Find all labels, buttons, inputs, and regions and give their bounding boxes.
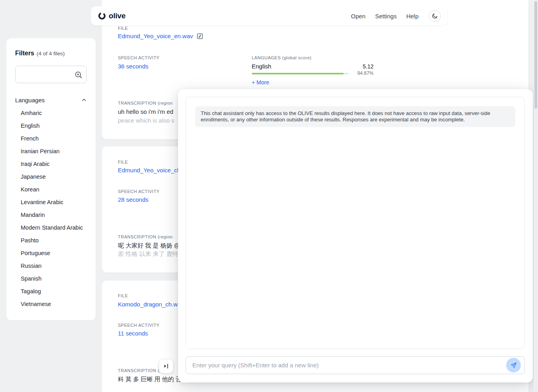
file-link[interactable]: Edmund_Yeo_voice_ch (118, 167, 180, 174)
transcription-label: TRANSCRIPTION (region (118, 234, 173, 239)
chat-assistant-panel: This chat assistant only has access to t… (178, 89, 533, 382)
language-filter-item[interactable]: Japanese (15, 170, 89, 183)
file-link[interactable]: Komodo_dragon_ch.w (118, 301, 178, 308)
speech-activity-label: SPEECH ACTIVITY (118, 323, 160, 328)
app-screen: FILE Edmund_Yeo_voice_en.wav SPEECH ACTI… (0, 0, 538, 392)
language-filter-item[interactable]: Iranian Persian (15, 145, 89, 158)
send-query-button[interactable] (506, 358, 521, 372)
language-name: English (252, 63, 271, 70)
language-filter-list: Amharic English French Iranian Persian I… (15, 107, 89, 310)
chat-panel-toggle-button[interactable] (159, 359, 173, 373)
navbar-links: Open Settings Help (351, 13, 419, 20)
language-filter-item[interactable]: Iraqi Arabic (15, 158, 89, 170)
language-filter-item[interactable]: Mandarin (15, 209, 89, 221)
chat-query-input[interactable] (186, 356, 525, 374)
chat-disclaimer: This chat assistant only has access to t… (195, 106, 515, 127)
zoom-in-search-icon[interactable] (74, 71, 82, 79)
languages-section-label: Languages (15, 97, 45, 103)
nav-link-open[interactable]: Open (351, 13, 366, 20)
language-filter-item[interactable]: Amharic (15, 107, 89, 119)
chat-messages-area: This chat assistant only has access to t… (186, 97, 525, 349)
language-filter-item[interactable]: Modern Standard Arabic (15, 221, 89, 234)
language-filter-item[interactable]: Portuguese (15, 247, 89, 259)
languages-section-header[interactable]: Languages (15, 94, 87, 105)
more-languages-link[interactable]: + More (252, 79, 269, 86)
speech-activity-value: 36 seconds (118, 63, 149, 70)
page-scrollbar-thumb[interactable] (534, 1, 537, 109)
filters-sidebar: Filters (4 of 4 files) Languages Amharic… (6, 38, 96, 320)
file-link[interactable]: Edmund_Yeo_voice_en.wav (118, 33, 193, 39)
language-filter-item[interactable]: Vietnamese (15, 298, 89, 310)
speech-activity-value: 11 seconds (118, 330, 148, 337)
brand: olive (98, 12, 125, 20)
speech-activity-label: SPEECH ACTIVITY (118, 55, 160, 60)
language-percent: 94.67% (252, 70, 374, 76)
filters-title: Filters (4 of 4 files) (15, 50, 65, 57)
language-filter-item[interactable]: Spanish (15, 272, 89, 285)
top-navbar: olive Open Settings Help (91, 6, 447, 25)
dark-mode-toggle-button[interactable] (429, 10, 441, 22)
language-filter-item[interactable]: Levantine Arabic (15, 196, 89, 209)
language-filter-item[interactable]: Pashto (15, 234, 89, 247)
filter-search-box (15, 66, 87, 83)
chat-input-row (186, 356, 525, 374)
language-filter-item[interactable]: Korean (15, 183, 89, 196)
language-score-row: English 5.12 (252, 63, 374, 70)
olive-logo-icon (98, 12, 106, 20)
language-filter-item[interactable]: English (15, 119, 89, 132)
page-scrollbar-track (534, 0, 538, 392)
languages-label: LANGUAGES (global score) (252, 55, 311, 60)
filters-file-count: (4 of 4 files) (37, 51, 65, 57)
speech-activity-label: SPEECH ACTIVITY (118, 189, 160, 194)
language-score: 5.12 (363, 63, 374, 70)
speech-activity-value: 28 seconds (118, 196, 149, 203)
file-label: FILE (118, 293, 128, 298)
language-filter-item[interactable]: Russian (15, 259, 89, 272)
paper-plane-icon (510, 362, 517, 369)
audio-file-icon[interactable] (197, 33, 203, 39)
language-filter-item[interactable]: Tagalog (15, 285, 89, 298)
brand-name: olive (109, 12, 125, 20)
filters-title-text: Filters (15, 50, 34, 57)
language-filter-item[interactable]: French (15, 132, 89, 145)
file-label: FILE (118, 26, 128, 31)
skip-forward-icon (162, 363, 170, 370)
chevron-up-icon (81, 97, 87, 103)
moon-icon (432, 13, 438, 19)
file-label: FILE (118, 160, 128, 164)
nav-link-help[interactable]: Help (406, 13, 419, 20)
transcription-label: TRANSCRIPTION (region (118, 101, 173, 105)
nav-link-settings[interactable]: Settings (375, 13, 397, 20)
